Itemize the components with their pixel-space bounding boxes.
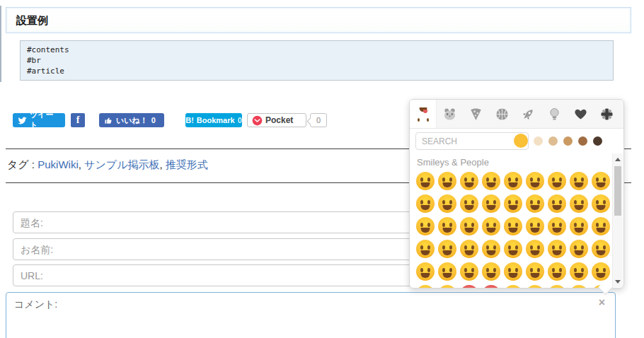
emoji-item[interactable] xyxy=(546,215,568,238)
emoji-item[interactable] xyxy=(458,238,480,260)
emoji-category-tab-smileys-people[interactable] xyxy=(410,100,437,128)
emoji-item[interactable] xyxy=(590,260,611,283)
emoji-item[interactable] xyxy=(502,170,524,192)
union-jack-flag-icon xyxy=(600,107,614,121)
facebook-f-icon: f xyxy=(76,115,80,126)
emoji-item[interactable] xyxy=(546,238,568,260)
emoji-item[interactable] xyxy=(458,192,480,215)
hamster-icon xyxy=(443,107,456,121)
pocket-save-button[interactable]: Pocket xyxy=(247,113,306,127)
tweet-button[interactable]: ツイート xyxy=(13,113,65,127)
emoji-category-tab-animals-nature[interactable] xyxy=(437,100,463,128)
emoji-item[interactable] xyxy=(546,283,568,288)
emoji-face-icon xyxy=(482,240,500,258)
emoji-item[interactable] xyxy=(414,283,436,288)
emoji-item[interactable] xyxy=(436,215,458,238)
emoji-item[interactable] xyxy=(480,170,502,192)
emoji-item[interactable] xyxy=(524,238,546,260)
emoji-item[interactable] xyxy=(414,192,436,215)
skin-tone-6[interactable] xyxy=(593,136,602,146)
emoji-item[interactable] xyxy=(502,238,524,260)
emoji-face-icon xyxy=(592,172,610,190)
emoji-item[interactable] xyxy=(546,260,568,283)
skin-tone-1-selected[interactable] xyxy=(514,134,528,148)
skin-tone-5[interactable] xyxy=(578,136,587,146)
emoji-item[interactable] xyxy=(502,283,524,288)
emoji-item[interactable] xyxy=(436,170,458,192)
left-border-rule xyxy=(0,6,1,82)
emoji-category-tab-travel-places[interactable] xyxy=(515,100,541,128)
emoji-item[interactable] xyxy=(436,192,458,215)
emoji-category-tab-food-drink[interactable] xyxy=(463,100,489,128)
emoji-item[interactable] xyxy=(458,170,480,192)
emoji-face-icon xyxy=(438,285,456,288)
emoji-item[interactable] xyxy=(590,238,611,260)
code-line: #contents xyxy=(27,45,606,55)
tag-link-recommended-format[interactable]: 推奨形式 xyxy=(166,158,208,170)
pocket-logo-icon xyxy=(252,115,263,126)
emoji-item[interactable] xyxy=(524,215,546,238)
emoji-face-icon xyxy=(526,285,544,288)
emoji-category-tab-flags[interactable] xyxy=(594,100,620,128)
emoji-item[interactable] xyxy=(502,260,524,283)
emoji-picker-close-icon[interactable]: × xyxy=(599,297,605,308)
emoji-item[interactable] xyxy=(436,238,458,260)
comment-textarea[interactable] xyxy=(6,293,615,338)
emoji-item[interactable] xyxy=(480,260,502,283)
emoji-item[interactable] xyxy=(568,260,590,283)
emoji-item[interactable] xyxy=(546,170,568,192)
emoji-face-icon xyxy=(570,194,588,213)
emoji-search-input[interactable] xyxy=(415,132,529,150)
emoji-item[interactable] xyxy=(436,283,458,288)
emoji-item[interactable] xyxy=(568,283,590,288)
skin-tone-2[interactable] xyxy=(534,136,543,146)
emoji-item[interactable] xyxy=(480,215,502,238)
emoji-item[interactable] xyxy=(568,170,590,192)
skin-tone-4[interactable] xyxy=(563,136,573,146)
emoji-item[interactable] xyxy=(524,170,546,192)
hatena-bookmark-button[interactable]: B! Bookmark 0 xyxy=(185,113,242,127)
tag-link-pukiwiki[interactable]: PukiWiki xyxy=(38,158,79,170)
emoji-face-icon xyxy=(526,217,544,235)
emoji-item[interactable] xyxy=(458,215,480,238)
emoji-item[interactable] xyxy=(480,238,502,260)
emoji-item[interactable] xyxy=(458,283,480,288)
emoji-item[interactable] xyxy=(480,192,502,215)
emoji-face-icon xyxy=(482,194,500,213)
emoji-item[interactable] xyxy=(436,260,458,283)
emoji-item[interactable] xyxy=(524,260,546,283)
emoji-item[interactable] xyxy=(524,283,546,288)
emoji-category-tab-symbols[interactable] xyxy=(568,100,594,128)
code-line: #br xyxy=(27,55,606,66)
emoji-category-tab-objects[interactable] xyxy=(541,100,568,128)
emoji-face-icon xyxy=(548,285,566,288)
emoji-item[interactable] xyxy=(568,192,590,215)
emoji-item[interactable] xyxy=(590,215,611,238)
scroll-up-arrow-icon[interactable] xyxy=(613,153,623,165)
emoji-item[interactable] xyxy=(524,192,546,215)
emoji-item[interactable] xyxy=(502,192,524,215)
emoji-item[interactable] xyxy=(590,192,611,215)
emoji-item[interactable] xyxy=(414,260,436,283)
emoji-face-icon xyxy=(416,240,435,258)
emoji-item[interactable] xyxy=(590,170,611,192)
pocket-count-bubble[interactable]: 0 xyxy=(310,113,327,127)
emoji-item[interactable] xyxy=(414,170,436,192)
emoji-item[interactable] xyxy=(458,260,480,283)
emoji-item[interactable] xyxy=(568,215,590,238)
emoji-item[interactable] xyxy=(480,283,502,288)
emoji-item[interactable] xyxy=(414,238,436,260)
emoji-item[interactable] xyxy=(546,192,568,215)
facebook-share-button[interactable]: f xyxy=(71,113,85,127)
emoji-item[interactable] xyxy=(502,215,524,238)
emoji-item[interactable] xyxy=(414,215,436,238)
emoji-category-tab-activity[interactable] xyxy=(489,100,515,128)
facebook-like-button[interactable]: いいね！ 0 xyxy=(99,113,164,127)
emoji-list-scrollbar[interactable] xyxy=(612,153,623,287)
scroll-down-arrow-icon[interactable] xyxy=(613,276,623,287)
emoji-item[interactable] xyxy=(568,238,590,260)
emoji-face-icon xyxy=(416,194,435,213)
skin-tone-3[interactable] xyxy=(548,136,558,146)
scrollbar-thumb[interactable] xyxy=(614,166,621,216)
tag-link-sample-board[interactable]: サンプル掲示板 xyxy=(84,158,159,170)
